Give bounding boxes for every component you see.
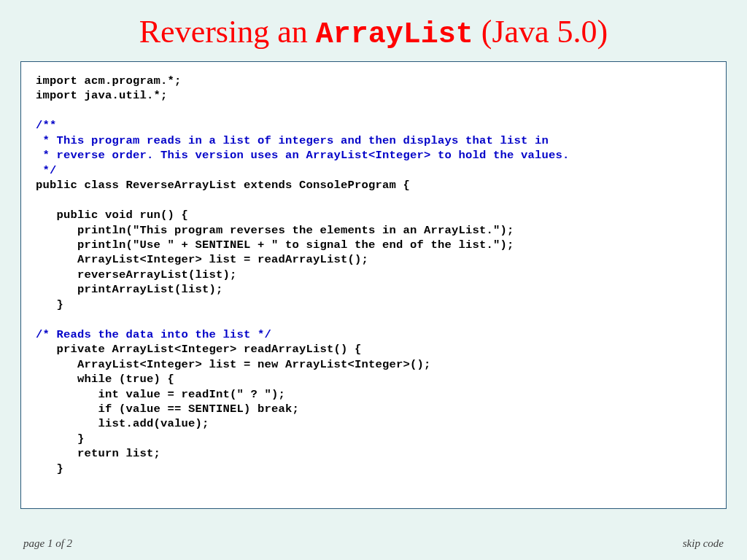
code-listing: import acm.program.*; import java.util.*…	[36, 74, 711, 476]
footer: page 1 of 2 skip code	[23, 537, 724, 550]
code-line: }	[36, 298, 63, 311]
code-line: public class ReverseArrayList extends Co…	[36, 179, 410, 192]
code-line: int value = readInt(" ? ");	[36, 388, 285, 401]
code-line: return list;	[36, 447, 160, 460]
slide-title: Reversing an ArrayList (Java 5.0)	[20, 13, 727, 51]
code-line: private ArrayList<Integer> readArrayList…	[36, 343, 362, 356]
code-line: }	[36, 462, 63, 475]
code-comment: * reverse order. This version uses an Ar…	[36, 149, 570, 162]
slide-container: Reversing an ArrayList (Java 5.0) import…	[0, 0, 747, 560]
code-line: println("Use " + SENTINEL + " to signal …	[36, 238, 514, 252]
code-line: reverseArrayList(list);	[36, 268, 237, 281]
skip-code-link[interactable]: skip code	[683, 537, 724, 550]
code-panel: import acm.program.*; import java.util.*…	[20, 61, 727, 509]
title-suffix: (Java 5.0)	[473, 14, 608, 50]
code-comment: /* Reads the data into the list */	[36, 328, 271, 341]
code-line: }	[36, 432, 85, 446]
code-line: import acm.program.*;	[36, 74, 182, 88]
page-indicator: page 1 of 2	[23, 537, 72, 550]
code-line: while (true) {	[36, 373, 174, 386]
code-line: if (value == SENTINEL) break;	[36, 402, 299, 416]
code-line: ArrayList<Integer> list = readArrayList(…	[36, 253, 368, 266]
code-line: printArrayList(list);	[36, 283, 223, 296]
code-comment: * This program reads in a list of intege…	[36, 134, 549, 147]
code-comment: */	[36, 164, 57, 177]
code-line: ArrayList<Integer> list = new ArrayList<…	[36, 358, 431, 371]
title-prefix: Reversing an	[139, 14, 316, 50]
code-line: import java.util.*;	[36, 89, 168, 102]
code-comment: /**	[36, 119, 57, 132]
code-line: println("This program reverses the eleme…	[36, 224, 514, 237]
title-mono: ArrayList	[316, 18, 473, 51]
code-line: public void run() {	[36, 209, 188, 222]
code-line: list.add(value);	[36, 417, 209, 430]
